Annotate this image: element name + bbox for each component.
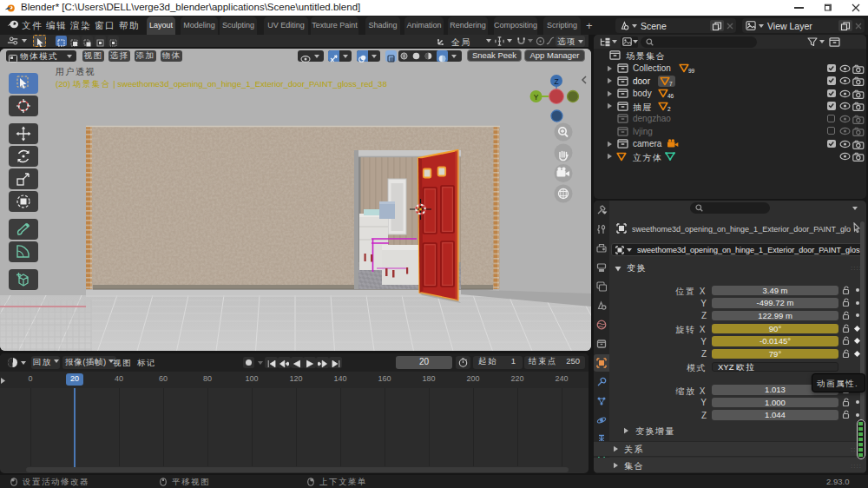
svg-text:Y: Y (534, 93, 539, 102)
svg-text:2: 2 (667, 106, 671, 112)
svg-text:Z: Z (554, 77, 558, 86)
svg-text:用户透视: 用户透视 (56, 67, 95, 76)
svg-text:7: 7 (669, 81, 673, 87)
svg-text:(20) 场景集合 | sweethome3d_openin: (20) 场景集合 | sweethome3d_opening_on_hinge… (56, 79, 387, 89)
svg-text:46: 46 (667, 93, 674, 99)
svg-text:99: 99 (688, 68, 695, 74)
